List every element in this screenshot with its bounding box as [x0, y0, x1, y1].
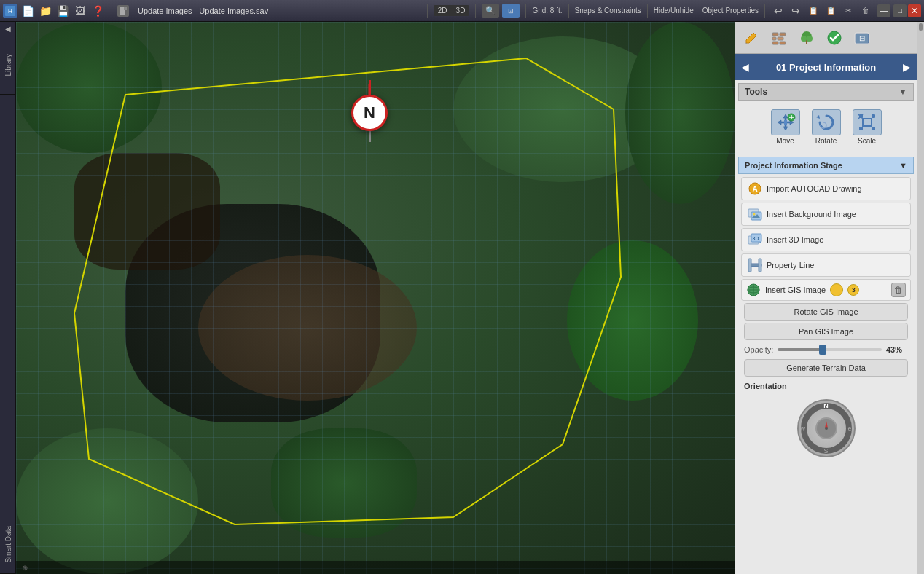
map-canvas[interactable]: N ⊕ [16, 22, 735, 574]
minimize-button[interactable]: — [877, 4, 890, 17]
svg-rect-7 [772, 37, 776, 40]
opacity-thumb [819, 345, 826, 355]
object-properties-label[interactable]: Object Properties [702, 7, 759, 15]
compass-n-label: N [823, 402, 829, 409]
generate-terrain-button[interactable]: Generate Terrain Data [744, 359, 908, 377]
snaps-label[interactable]: Snaps & Constraints [575, 7, 641, 15]
scale-tool-button[interactable]: Scale [850, 106, 885, 148]
screenshot-panel-icon[interactable]: ⊟ [850, 26, 874, 50]
help-icon[interactable]: ❓ [90, 4, 105, 18]
app-icon[interactable]: H [3, 4, 17, 18]
panel-title: 01 Project Information [749, 62, 903, 73]
import-autocad-button[interactable]: A Import AUTOCAD Drawing [741, 177, 911, 200]
scale-tool-icon [853, 109, 882, 135]
zoom-tool[interactable]: 🔍 [482, 4, 499, 18]
pan-gis-button[interactable]: Pan GIS Image [744, 323, 908, 340]
opacity-value: 43% [886, 345, 908, 354]
hide-unhide-label[interactable]: Hide/Unhide [654, 7, 694, 15]
opacity-slider[interactable] [778, 348, 882, 351]
svg-rect-29 [872, 127, 875, 130]
copy-icon[interactable]: 📋 [806, 4, 821, 18]
panel-header: ◀ 01 Project Information ▶ [735, 54, 917, 80]
north-indicator: N [351, 95, 388, 131]
insert-gis-label: Insert GIS Image [765, 286, 826, 294]
zoom-fit-tool[interactable]: ⊡ [502, 4, 520, 18]
svg-rect-40 [759, 259, 761, 272]
close-button[interactable]: ✕ [908, 4, 921, 17]
stage-section-header[interactable]: Project Information Stage ▼ [738, 157, 914, 174]
rotate-gis-button[interactable]: Rotate GIS Image [744, 303, 908, 321]
pan-gis-label: Pan GIS Image [799, 327, 853, 336]
import-autocad-icon: A [748, 181, 762, 196]
plants-panel-icon[interactable] [795, 26, 818, 50]
library-tab[interactable]: Library [0, 36, 16, 95]
property-line-button[interactable]: Property Line [741, 253, 911, 277]
right-scrollbar[interactable] [917, 22, 924, 574]
svg-rect-12 [806, 40, 807, 44]
panel-next-button[interactable]: ▶ [903, 61, 911, 73]
file-icon [117, 5, 129, 17]
tools-section-header[interactable]: Tools ▼ [738, 83, 914, 101]
gis-coin-icon [830, 283, 843, 296]
compass: N S e w [797, 399, 856, 457]
view-3d-button[interactable]: 3D [453, 6, 469, 15]
insert-bg-image-icon [748, 207, 762, 221]
right-panel: ⊟ ◀ 01 Project Information ▶ Tools ▼ [735, 22, 917, 574]
undo-icon[interactable]: ↩ [771, 4, 786, 18]
orientation-label: Orientation [738, 379, 914, 393]
compass-w-label: w [801, 425, 806, 432]
insert-3d-image-button[interactable]: 3D Insert 3D Image [741, 228, 911, 251]
panel-content[interactable]: Tools ▼ Move [735, 80, 917, 574]
svg-text:H: H [8, 8, 12, 15]
property-line-icon [748, 258, 762, 272]
stage-section-arrow: ▼ [899, 161, 907, 170]
tools-section-arrow: ▼ [898, 87, 907, 97]
north-label: N [364, 103, 375, 122]
panel-prev-button[interactable]: ◀ [741, 61, 749, 73]
smart-data-tab[interactable]: Smart Data [0, 516, 16, 574]
view-2d-button[interactable]: 2D [434, 6, 451, 15]
svg-text:3D: 3D [753, 236, 759, 241]
left-sidebar: ◀ Library Smart Data [0, 22, 16, 574]
open-file-icon[interactable]: 📁 [38, 4, 52, 18]
view-mode-group: 2D 3D [434, 5, 470, 16]
edit-panel-icon[interactable] [740, 26, 763, 50]
svg-point-47 [825, 427, 828, 430]
insert-gis-image-button[interactable]: Insert GIS Image 3 🗑 [741, 279, 911, 301]
svg-rect-6 [780, 33, 786, 36]
gis-delete-button[interactable]: 🗑 [891, 283, 906, 297]
rotate-gis-label: Rotate GIS Image [794, 307, 858, 316]
svg-rect-9 [772, 42, 778, 44]
svg-text:⊟: ⊟ [859, 34, 865, 42]
svg-point-14 [807, 36, 813, 42]
redo-icon[interactable]: ↪ [788, 4, 803, 18]
cut-icon[interactable]: ✂ [841, 4, 856, 18]
gis-count-badge: 3 [847, 284, 859, 296]
paste-icon[interactable]: 📋 [823, 4, 838, 18]
stage-section-label: Project Information Stage [745, 161, 842, 170]
window-controls: — □ ✕ [876, 4, 921, 17]
delete-icon[interactable]: 🗑 [858, 4, 873, 18]
materials-panel-icon[interactable] [767, 26, 791, 50]
file-title: Update Images - Update Images.sav [138, 7, 421, 15]
svg-rect-27 [872, 114, 875, 118]
rotate-tool-button[interactable]: Rotate [809, 106, 844, 148]
image-icon[interactable]: 🖼 [73, 4, 87, 18]
svg-rect-19 [784, 120, 787, 125]
insert-bg-image-button[interactable]: Insert Background Image [741, 203, 911, 226]
svg-point-13 [801, 36, 807, 42]
compass-center [815, 417, 837, 439]
verify-panel-icon[interactable] [823, 26, 846, 50]
move-tool-icon [771, 109, 800, 135]
maximize-button[interactable]: □ [893, 4, 907, 17]
left-expand-arrow[interactable]: ◀ [0, 22, 16, 36]
move-tool-button[interactable]: Move [768, 106, 803, 148]
insert-3d-image-icon: 3D [748, 232, 762, 247]
svg-rect-26 [859, 114, 863, 118]
compass-s-label: S [823, 447, 828, 455]
status-bar: ⊕ [16, 561, 735, 574]
svg-text:A: A [752, 185, 757, 193]
new-file-icon[interactable]: 📄 [20, 4, 35, 18]
save-icon[interactable]: 💾 [55, 4, 70, 18]
compass-container: N S e w [738, 393, 914, 463]
